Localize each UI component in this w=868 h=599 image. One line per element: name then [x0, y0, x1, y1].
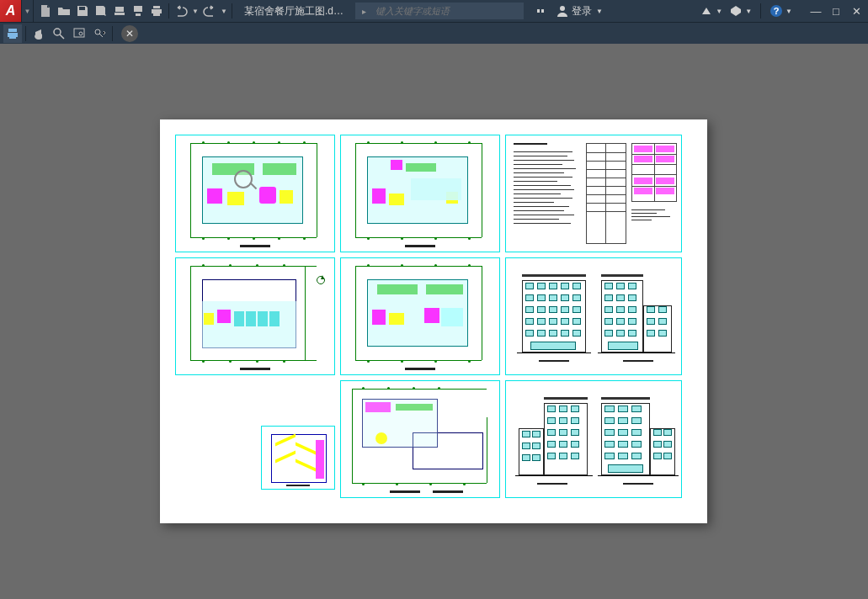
- new-icon[interactable]: [37, 3, 54, 19]
- print-icon[interactable]: [148, 3, 165, 19]
- plot-sep-1: [25, 26, 26, 41]
- redo-icon[interactable]: [201, 3, 218, 19]
- pan-icon[interactable]: [29, 24, 48, 43]
- app-letter: A: [6, 3, 16, 19]
- svg-text:?: ?: [774, 6, 780, 16]
- publish-icon[interactable]: [130, 3, 146, 19]
- titlebar: A ▼ ▼ ▼ 某宿舍餐厅施工图.d… ▸ 登录 ▼ ▼ ▼ ?▼ — □ ✕: [0, 0, 868, 22]
- svg-point-5: [79, 32, 83, 35]
- login-button[interactable]: 登录 ▼: [556, 4, 603, 19]
- zoom-previous-icon[interactable]: [90, 24, 109, 43]
- exchange-icon[interactable]: ▼: [700, 4, 722, 18]
- sheet-notes: [505, 135, 682, 252]
- user-icon: [556, 4, 569, 18]
- plot-sep-2: [112, 26, 113, 41]
- search-input[interactable]: [372, 6, 524, 16]
- undo-icon[interactable]: [173, 3, 189, 19]
- window-controls: — □ ✕: [807, 3, 865, 19]
- zoom-icon[interactable]: [50, 24, 68, 43]
- search-box: ▸: [355, 3, 524, 19]
- sheet-plan-5: [340, 380, 500, 498]
- sheet-plan-1: [175, 135, 335, 252]
- preview-area[interactable]: [0, 44, 868, 599]
- minimize-button[interactable]: —: [807, 3, 824, 19]
- svg-point-3: [54, 29, 61, 35]
- help-icon[interactable]: ?▼: [769, 4, 792, 18]
- north-arrow-icon: [317, 276, 325, 284]
- title-sep: [760, 3, 761, 19]
- undo-dropdown-icon[interactable]: ▼: [191, 3, 200, 19]
- app-menu-button[interactable]: A: [0, 0, 22, 22]
- close-preview-button[interactable]: ✕: [121, 25, 138, 42]
- plot-preview-toolbar: ✕: [0, 22, 868, 44]
- qat-separator-2: [232, 3, 232, 19]
- app-menu-dropdown[interactable]: ▼: [22, 0, 34, 22]
- sheet-plan-2: [340, 135, 500, 252]
- svg-point-0: [560, 6, 565, 11]
- login-label: 登录: [572, 4, 592, 19]
- autodesk-app-icon[interactable]: ▼: [729, 4, 752, 18]
- zoom-window-icon[interactable]: [70, 24, 88, 43]
- sheet-elevation-2: [505, 380, 682, 498]
- plot-button[interactable]: [3, 24, 22, 43]
- sheet-plan-4: [340, 257, 500, 375]
- saveas-icon[interactable]: [93, 3, 109, 19]
- open-icon[interactable]: [56, 3, 72, 19]
- magnifier-icon: [234, 170, 253, 188]
- close-button[interactable]: ✕: [848, 3, 865, 19]
- infocenter-sign-icon[interactable]: [534, 4, 547, 18]
- document-title: 某宿舍餐厅施工图.d…: [237, 4, 350, 19]
- save-icon[interactable]: [74, 3, 91, 19]
- redo-dropdown-icon[interactable]: ▼: [220, 3, 228, 19]
- maximize-button[interactable]: □: [828, 3, 844, 19]
- paper-preview: [160, 119, 707, 523]
- titlebar-right: ▼ ▼ ?▼ — □ ✕: [700, 3, 868, 19]
- plot-icon[interactable]: [111, 3, 128, 19]
- login-dropdown-icon: ▼: [596, 8, 603, 15]
- sheet-plan-3: [175, 257, 335, 375]
- sheet-elevation-1: [505, 257, 682, 375]
- search-toggle-icon[interactable]: ▸: [355, 7, 372, 16]
- qat-separator: [168, 3, 169, 19]
- sheet-section-stair: [261, 426, 335, 490]
- quick-access-toolbar: ▼ ▼: [34, 3, 237, 19]
